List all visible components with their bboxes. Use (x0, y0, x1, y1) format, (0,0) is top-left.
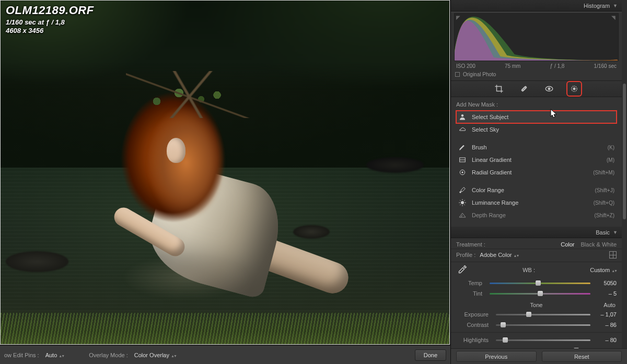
photo-dimensions: 4608 x 3456 (6, 27, 94, 34)
mask-select-subject[interactable]: Select Subject (456, 111, 617, 123)
masking-tool[interactable] (568, 83, 580, 95)
contrast-value[interactable]: – 86 (594, 322, 617, 328)
meta-iso: ISO 200 (456, 63, 475, 69)
meta-aperture: ƒ / 1,8 (550, 63, 565, 69)
luminance-icon (458, 198, 467, 207)
meta-focal: 75 mm (505, 63, 521, 69)
mask-color-range[interactable]: Color Range (Shift+J) (456, 184, 617, 196)
sidebar-scrollbar[interactable] (622, 0, 627, 348)
profile-label: Profile : (456, 252, 475, 258)
svg-point-12 (461, 201, 463, 204)
photo-exposure: 1/160 sec at ƒ / 1,8 (6, 18, 94, 26)
treatment-color[interactable]: Color (561, 241, 574, 248)
profile-browser-icon[interactable] (609, 251, 617, 259)
checkbox-icon[interactable] (455, 72, 460, 77)
reset-button[interactable]: Reset (542, 351, 622, 362)
temp-label: Temp (456, 280, 486, 286)
svg-point-5 (573, 88, 575, 90)
histogram-meta: ISO 200 75 mm ƒ / 1,8 1/160 sec (451, 61, 622, 70)
tone-auto-button[interactable]: Auto (603, 302, 616, 308)
mask-radial-gradient[interactable]: Radial Gradient (Shift+M) (456, 166, 617, 179)
right-sidebar: Histogram▼ ◤ ◥ ISO 200 75 mm ƒ / 1,8 1/1… (450, 0, 627, 364)
done-button[interactable]: Done (415, 349, 446, 361)
highlights-value[interactable]: – 80 (594, 337, 617, 343)
mask-panel-title: Add New Mask : (456, 101, 617, 108)
color-range-icon (458, 186, 467, 194)
linear-gradient-icon (458, 156, 467, 164)
redeye-tool[interactable] (543, 83, 555, 95)
svg-line-18 (464, 204, 465, 205)
exposure-slider[interactable] (496, 311, 590, 318)
svg-point-6 (461, 114, 463, 116)
photo-scene (1, 1, 449, 344)
chevron-down-icon: ▼ (613, 230, 618, 235)
show-pins-label: ow Edit Pins : (4, 352, 39, 358)
previous-button[interactable]: Previous (456, 351, 537, 362)
chevron-down-icon: ▼ (613, 3, 618, 8)
show-pins-dropdown[interactable]: Auto▲▼ (45, 352, 64, 358)
mask-linear-gradient[interactable]: Linear Gradient (M) (456, 154, 617, 166)
overlay-mode-label: Overlay Mode : (89, 352, 128, 358)
heal-tool[interactable] (518, 83, 530, 95)
person-icon (458, 113, 467, 121)
svg-line-20 (460, 204, 460, 205)
meta-shutter: 1/160 sec (594, 63, 617, 69)
wb-label: WB : (473, 267, 585, 273)
contrast-label: Contrast (456, 322, 493, 328)
mask-brush[interactable]: Brush (K) (456, 141, 617, 154)
overlay-mode-dropdown[interactable]: Color Overlay▲▼ (134, 352, 176, 358)
mask-depth-range[interactable]: Depth Range (Shift+Z) (456, 209, 617, 221)
develop-footer: ow Edit Pins : Auto▲▼ Overlay Mode : Col… (0, 345, 450, 364)
basic-panel: Treatment : Color Black & White Profile … (451, 238, 622, 348)
treatment-bw[interactable]: Black & White (581, 241, 617, 248)
temp-slider[interactable] (490, 279, 590, 287)
wb-eyedropper[interactable] (456, 264, 468, 276)
sky-icon (458, 125, 467, 134)
exposure-value[interactable]: – 1,07 (594, 311, 617, 318)
svg-point-10 (462, 172, 463, 173)
exposure-label: Exposure (456, 311, 493, 318)
mask-select-sky[interactable]: Select Sky (456, 123, 617, 136)
original-photo-toggle[interactable]: Original Photo (451, 70, 622, 80)
highlights-label: Highlights (456, 337, 493, 343)
svg-point-3 (548, 88, 550, 90)
histogram-header[interactable]: Histogram▼ (451, 0, 622, 11)
crop-tool[interactable] (493, 83, 505, 95)
photo-info-overlay: OLM12189.ORF 1/160 sec at ƒ / 1,8 4608 x… (6, 4, 94, 34)
profile-dropdown[interactable]: Adobe Color▲▼ (480, 252, 518, 258)
tone-header: Tone (530, 302, 543, 308)
temp-value[interactable]: 5050 (594, 280, 617, 286)
tint-value[interactable]: – 5 (594, 290, 617, 297)
contrast-slider[interactable] (496, 321, 590, 328)
svg-point-11 (460, 192, 461, 193)
svg-line-19 (464, 200, 465, 201)
tint-slider[interactable] (490, 290, 590, 297)
develop-toolstrip (451, 80, 622, 97)
brush-icon (458, 143, 467, 151)
treatment-label: Treatment : (456, 241, 485, 248)
mask-panel: Add New Mask : Select Subject Select Sky… (451, 97, 622, 227)
depth-icon (458, 211, 467, 219)
svg-line-17 (460, 200, 460, 201)
wb-dropdown[interactable]: Custom▲▼ (590, 267, 617, 273)
histogram-display[interactable]: ◤ ◥ (454, 13, 619, 61)
photo-filename: OLM12189.ORF (6, 4, 94, 17)
tint-label: Tint (456, 290, 486, 297)
basic-header[interactable]: Basic▼ (451, 227, 622, 238)
canvas-area: OLM12189.ORF 1/160 sec at ƒ / 1,8 4608 x… (0, 0, 450, 345)
mask-luminance-range[interactable]: Luminance Range (Shift+Q) (456, 196, 617, 209)
highlights-slider[interactable] (496, 336, 590, 344)
radial-gradient-icon (458, 168, 467, 177)
photo-preview[interactable]: OLM12189.ORF 1/160 sec at ƒ / 1,8 4608 x… (0, 0, 450, 345)
svg-line-21 (461, 215, 462, 217)
